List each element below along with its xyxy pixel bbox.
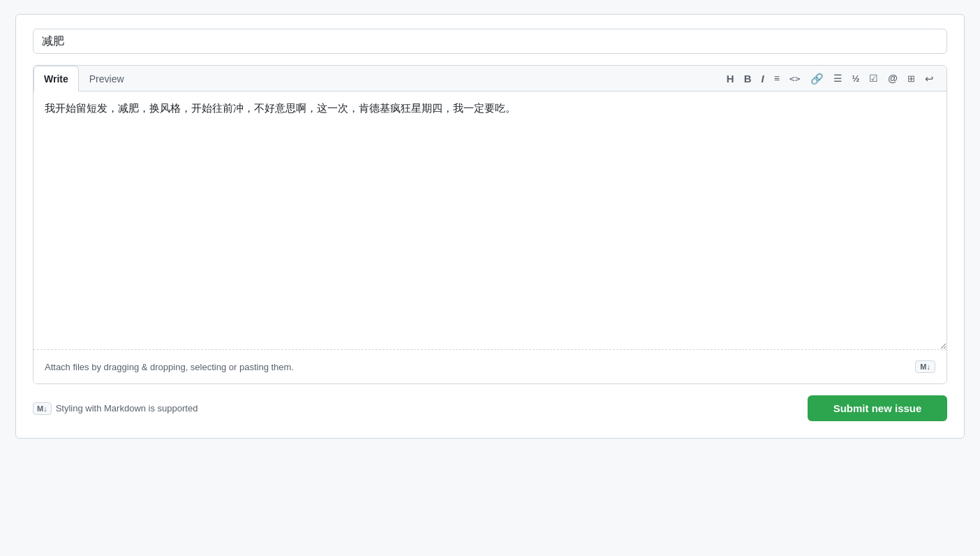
link-button[interactable]: 🔗 <box>806 71 828 87</box>
bullet-list-button[interactable]: ☰ <box>829 71 847 86</box>
undo-icon: ↩ <box>925 73 934 84</box>
numbered-list-icon: ½ <box>852 74 860 83</box>
editor-container: Write Preview H B I ≡ <box>33 65 947 384</box>
markdown-badge: M↓ <box>915 360 935 373</box>
heading-icon: H <box>727 73 734 84</box>
bullet-list-icon: ☰ <box>833 73 842 83</box>
title-input[interactable] <box>33 29 947 54</box>
bold-button[interactable]: B <box>740 71 756 87</box>
quote-icon: ≡ <box>774 73 780 83</box>
italic-icon: I <box>762 73 764 84</box>
italic-button[interactable]: I <box>757 71 769 87</box>
tabs-left: Write Preview <box>34 66 135 91</box>
editor-content[interactable]: 我开始留短发，减肥，换风格，开始往前冲，不好意思啊，这一次，肯德基疯狂星期四，我… <box>34 92 946 350</box>
task-list-button[interactable]: ☑ <box>865 71 882 86</box>
bold-icon: B <box>744 73 752 84</box>
issue-form: Write Preview H B I ≡ <box>15 14 965 439</box>
code-button[interactable]: <> <box>785 71 805 86</box>
markdown-icon: M↓ <box>920 363 930 371</box>
editor-tabs-row: Write Preview H B I ≡ <box>34 66 946 92</box>
link-icon: 🔗 <box>810 73 824 84</box>
quote-button[interactable]: ≡ <box>770 71 784 86</box>
code-icon: <> <box>789 74 801 83</box>
tab-preview[interactable]: Preview <box>79 66 135 92</box>
attach-area[interactable]: Attach files by dragging & dropping, sel… <box>34 350 946 383</box>
mention-button[interactable]: @ <box>884 71 902 86</box>
mention-icon: @ <box>888 73 898 83</box>
task-list-icon: ☑ <box>869 73 878 83</box>
toolbar: H B I ≡ <> 🔗 <box>714 66 946 91</box>
markdown-support-label: Styling with Markdown is supported <box>56 403 198 414</box>
footer: M↓ Styling with Markdown is supported Su… <box>33 395 947 421</box>
markdown-support-badge: M↓ <box>33 402 52 415</box>
attach-text: Attach files by dragging & dropping, sel… <box>45 362 294 372</box>
markdown-support: M↓ Styling with Markdown is supported <box>33 402 198 415</box>
undo-button[interactable]: ↩ <box>921 71 938 87</box>
numbered-list-button[interactable]: ½ <box>848 71 864 86</box>
tab-write[interactable]: Write <box>34 66 79 92</box>
reference-icon: ⊞ <box>907 74 915 83</box>
submit-button[interactable]: Submit new issue <box>808 395 947 421</box>
heading-button[interactable]: H <box>722 71 738 87</box>
reference-button[interactable]: ⊞ <box>903 71 919 86</box>
